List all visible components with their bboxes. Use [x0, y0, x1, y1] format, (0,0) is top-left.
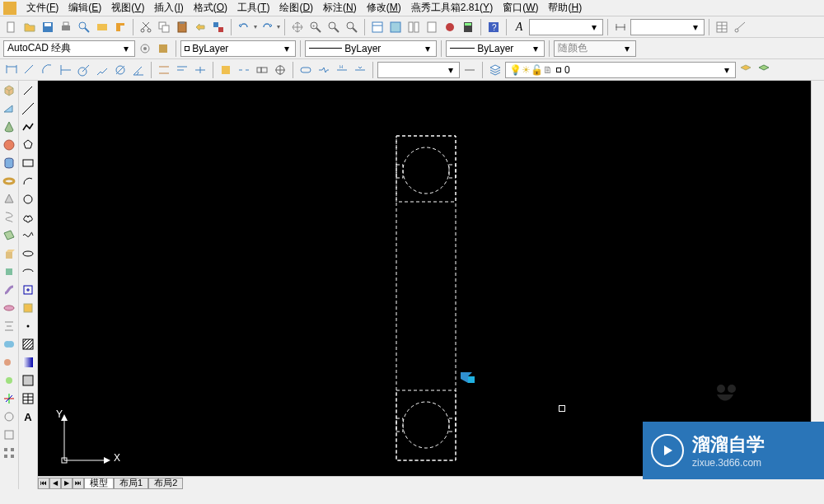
menu-draw[interactable]: 绘图(D) [274, 0, 318, 16]
plot-preview-button[interactable] [76, 19, 92, 35]
tab-prev-button[interactable]: ◀ [49, 478, 61, 489]
xline-button[interactable] [20, 100, 36, 117]
spline-button[interactable] [20, 227, 36, 244]
print-button[interactable] [58, 19, 74, 35]
mtext-button[interactable]: A [20, 408, 36, 425]
dimspace-button[interactable] [218, 62, 234, 78]
torus-button[interactable] [1, 173, 17, 189]
dimjoglinear-button[interactable] [316, 62, 332, 78]
3drotate-button[interactable] [1, 408, 17, 425]
sheet-set-button[interactable] [424, 19, 440, 35]
sphere-button[interactable] [1, 137, 17, 153]
pline-button[interactable] [20, 119, 36, 135]
publish-button[interactable] [94, 19, 110, 35]
dimstyle-current-combo[interactable]: ▾ [377, 62, 460, 78]
ellipse-button[interactable] [20, 245, 36, 262]
3dmove-button[interactable] [1, 390, 17, 407]
match-button[interactable] [192, 19, 208, 35]
pan-button[interactable] [289, 19, 306, 35]
line-button[interactable] [20, 82, 36, 99]
menu-dimension[interactable]: 标注(N) [318, 0, 362, 16]
mleaderstyle-button[interactable] [732, 19, 748, 35]
tab-next-button[interactable]: ▶ [61, 478, 73, 489]
tool-palettes-button[interactable] [405, 19, 422, 35]
circle-button[interactable] [20, 191, 36, 208]
dimedit-button[interactable]: H [334, 62, 350, 78]
dimcontinue-button[interactable] [192, 62, 208, 78]
open-button[interactable] [21, 19, 38, 35]
layer-combo[interactable]: 💡 ☀ 🔓 🗎 0▾ [505, 62, 736, 78]
box-button[interactable] [1, 82, 17, 99]
point-button[interactable] [20, 318, 36, 334]
menu-insert[interactable]: 插入(I) [149, 0, 188, 16]
undo-button[interactable] [236, 19, 252, 35]
revolve-button[interactable] [1, 300, 17, 316]
3darray-button[interactable] [1, 445, 17, 461]
menu-format[interactable]: 格式(O) [189, 0, 232, 16]
menu-window[interactable]: 窗口(W) [498, 0, 543, 16]
tab-layout2[interactable]: 布局2 [148, 478, 183, 489]
workspace-lock-button[interactable] [155, 40, 171, 57]
pyramid-button[interactable] [1, 191, 17, 208]
layer-previous-button[interactable] [756, 62, 772, 78]
properties-button[interactable] [369, 19, 386, 35]
wedge-button[interactable] [1, 100, 17, 117]
paste-button[interactable] [174, 19, 190, 35]
dimbreak-button[interactable] [236, 62, 252, 78]
lineweight-combo[interactable]: ByLayer▾ [446, 40, 545, 57]
insert-button[interactable] [20, 282, 36, 298]
table-button[interactable] [20, 390, 36, 407]
cone-button[interactable] [1, 119, 17, 135]
gradient-button[interactable] [20, 354, 36, 371]
copy-button[interactable] [156, 19, 172, 35]
dimaligned-button[interactable] [21, 62, 38, 78]
block-editor-button[interactable] [210, 19, 227, 35]
ellipsearc-button[interactable] [20, 264, 36, 280]
redo-button[interactable] [259, 19, 275, 35]
layer-manage-button[interactable] [487, 62, 503, 78]
qdim-button[interactable] [156, 62, 172, 78]
helix-button[interactable] [1, 209, 17, 226]
arc-button[interactable] [20, 173, 36, 189]
3ddwf-button[interactable] [112, 19, 129, 35]
menu-help[interactable]: 帮助(H) [543, 0, 587, 16]
menu-edit[interactable]: 编辑(E) [63, 0, 106, 16]
centermark-button[interactable] [272, 62, 288, 78]
dimlinear-button[interactable] [3, 62, 20, 78]
makeblock-button[interactable] [20, 300, 36, 316]
loft-button[interactable] [1, 318, 17, 334]
vertical-scrollbar[interactable] [811, 81, 824, 476]
dimarc-button[interactable] [40, 62, 56, 78]
menu-view[interactable]: 视图(V) [106, 0, 149, 16]
3dalign-button[interactable] [1, 427, 17, 443]
tolerance-button[interactable] [254, 62, 270, 78]
intersect-button[interactable] [1, 372, 17, 389]
plotstyle-combo[interactable]: 随颜色▾ [554, 40, 636, 57]
extrude-button[interactable] [1, 245, 17, 262]
tab-last-button[interactable]: ⏭ [73, 478, 84, 489]
zoom-window-button[interactable] [325, 19, 342, 35]
dimtedit-button[interactable] [352, 62, 368, 78]
dimstyle-button[interactable] [612, 19, 629, 35]
tab-first-button[interactable]: ⏮ [38, 478, 49, 489]
tab-layout1[interactable]: 布局1 [114, 478, 148, 489]
region-button[interactable] [20, 372, 36, 389]
sweep-button[interactable] [1, 282, 17, 298]
quickcalc-button[interactable] [460, 19, 476, 35]
workspace-settings-button[interactable] [137, 40, 153, 57]
diminspect-button[interactable] [297, 62, 314, 78]
cut-button[interactable] [138, 19, 154, 35]
dimbaseline-button[interactable] [174, 62, 190, 78]
layer-states-button[interactable] [737, 62, 754, 78]
cylinder-button[interactable] [1, 155, 17, 171]
zoom-previous-button[interactable] [344, 19, 360, 35]
menu-yanxiu[interactable]: 燕秀工具箱2.81(Y) [406, 0, 498, 16]
revcloud-button[interactable] [20, 209, 36, 226]
workspace-combo[interactable]: AutoCAD 经典▾ [3, 40, 135, 57]
markup-button[interactable] [442, 19, 458, 35]
tab-model[interactable]: 模型 [84, 478, 114, 489]
dimjogged-button[interactable] [94, 62, 110, 78]
save-button[interactable] [40, 19, 56, 35]
subtract-button[interactable] [1, 354, 17, 371]
textstyle-combo[interactable]: ▾ [529, 19, 603, 35]
